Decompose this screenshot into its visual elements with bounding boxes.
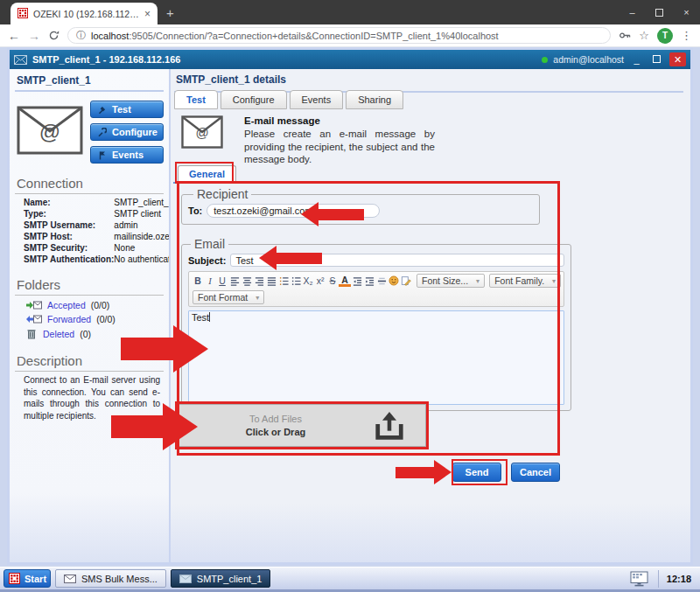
smtp-envelope-icon xyxy=(179,575,192,583)
browser-menu-icon[interactable]: ⋮ xyxy=(681,29,692,42)
presence-dot-icon xyxy=(542,57,548,63)
password-key-icon[interactable] xyxy=(619,30,631,41)
underline-icon[interactable]: U xyxy=(216,275,228,287)
ozeki-start-icon xyxy=(9,573,20,584)
taskbar-separator xyxy=(658,570,659,588)
forwarded-envelope-icon xyxy=(25,314,42,324)
taskbar-clock: 12:18 xyxy=(663,574,696,584)
url-rest: :9505/Connection/?a=Connection+details&C… xyxy=(129,31,498,41)
connection-table: Name:SMTP_client_1 Type:SMTP client SMTP… xyxy=(15,197,171,265)
subscript-icon[interactable]: X₂ xyxy=(302,275,314,287)
app-title: SMTP_client_1 - 192.168.112.166 xyxy=(32,54,180,65)
folder-link[interactable]: Accepted xyxy=(47,300,86,310)
bold-icon[interactable]: B xyxy=(192,275,204,287)
tab-close-icon[interactable]: × xyxy=(144,9,150,19)
svg-text:@: @ xyxy=(39,120,60,143)
tab-test[interactable]: Test xyxy=(174,90,218,109)
indent-icon[interactable] xyxy=(363,275,375,287)
strikethrough-icon[interactable]: S xyxy=(326,275,339,287)
folder-forwarded[interactable]: Forwarded (0/0) xyxy=(15,312,164,326)
events-button[interactable]: Events xyxy=(90,146,164,164)
emoticon-icon[interactable] xyxy=(388,275,400,287)
flag-icon xyxy=(97,150,107,160)
browser-minimize-icon[interactable]: – xyxy=(619,0,646,24)
edit-html-icon[interactable] xyxy=(400,275,412,287)
display-monitor-icon[interactable] xyxy=(630,571,648,587)
titlebar-envelope-icon xyxy=(14,55,27,65)
url-host: localhost xyxy=(91,31,129,41)
message-body-editor[interactable]: Test xyxy=(188,310,564,405)
outdent-icon[interactable] xyxy=(351,275,363,287)
browser-tabstrip: OZEKI 10 (192.168.112.166) × + – × xyxy=(0,0,700,24)
tab-general[interactable]: General xyxy=(178,165,236,182)
browser-tab[interactable]: OZEKI 10 (192.168.112.166) × xyxy=(10,3,158,24)
test-button[interactable]: Test xyxy=(90,101,164,118)
configure-button[interactable]: Configure xyxy=(90,123,164,141)
align-left-icon[interactable] xyxy=(228,275,241,287)
editor-toolbar: B I U X₂ x² S xyxy=(188,271,564,307)
unordered-list-icon[interactable] xyxy=(290,275,302,287)
task-label: SMTP_client_1 xyxy=(197,574,262,584)
folder-deleted[interactable]: Deleted (0) xyxy=(15,326,164,341)
back-icon[interactable]: ← xyxy=(8,30,20,42)
font-family-select[interactable]: Font Family.▾ xyxy=(489,274,561,288)
folder-count: (0/0) xyxy=(91,300,110,310)
connection-section-header: Connection xyxy=(15,175,164,194)
dropzone-line2: Click or Drag xyxy=(178,426,373,439)
taskbar: Start SMS Bulk Mess... SMTP_client_1 12:… xyxy=(0,567,700,592)
attach-highlight-rect: To Add Files Click or Drag xyxy=(175,401,429,449)
tab-bar: Test Configure Events Sharing xyxy=(174,90,403,109)
font-color-icon[interactable]: A xyxy=(339,275,351,287)
events-button-label: Events xyxy=(112,150,144,160)
app-maximize-icon[interactable] xyxy=(649,54,664,65)
taskbar-task-smtp-client[interactable]: SMTP_client_1 xyxy=(171,569,271,588)
envelope-at-icon: @ xyxy=(17,106,83,164)
table-row: Name:SMTP_client_1 xyxy=(15,197,171,208)
tab-events[interactable]: Events xyxy=(290,90,344,109)
browser-avatar[interactable]: T xyxy=(657,28,673,44)
cancel-button[interactable]: Cancel xyxy=(511,463,560,482)
email-legend: Email xyxy=(191,237,228,251)
tab-configure[interactable]: Configure xyxy=(220,90,287,109)
site-info-icon[interactable]: ⓘ xyxy=(76,29,86,42)
taskbar-task-sms-bulk[interactable]: SMS Bulk Mess... xyxy=(55,569,166,588)
italic-icon[interactable]: I xyxy=(204,275,216,287)
ordered-list-icon[interactable] xyxy=(277,275,290,287)
table-row: Type:SMTP client xyxy=(15,208,171,219)
task-label: SMS Bulk Mess... xyxy=(81,574,158,584)
forward-icon[interactable]: → xyxy=(28,30,40,42)
sidebar: SMTP_client_1 @ Test Con xyxy=(10,69,171,562)
folder-link[interactable]: Deleted xyxy=(43,329,74,339)
folder-link[interactable]: Forwarded xyxy=(47,314,91,324)
text-caret xyxy=(209,312,210,322)
file-dropzone[interactable]: To Add Files Click or Drag xyxy=(178,404,426,447)
superscript-icon[interactable]: x² xyxy=(314,275,326,287)
app-minimize-icon[interactable]: _ xyxy=(629,54,644,65)
url-bar[interactable]: ⓘ localhost:9505/Connection/?a=Connectio… xyxy=(67,27,611,44)
browser-close-icon[interactable]: × xyxy=(673,0,700,24)
align-center-icon[interactable] xyxy=(241,275,253,287)
horizontal-rule-icon[interactable] xyxy=(375,275,388,287)
browser-maximize-icon[interactable] xyxy=(646,0,673,24)
bookmark-star-icon[interactable]: ☆ xyxy=(639,29,649,42)
url-text: localhost:9505/Connection/?a=Connection+… xyxy=(91,31,499,41)
description-section-header: Description xyxy=(15,352,164,372)
reload-icon[interactable] xyxy=(48,30,60,41)
subject-input[interactable] xyxy=(230,254,564,267)
email-fieldset: Email Subject: B I U xyxy=(181,237,571,411)
tab-sharing[interactable]: Sharing xyxy=(346,90,403,109)
folder-accepted[interactable]: Accepted (0/0) xyxy=(15,298,164,312)
app-close-icon[interactable]: ✕ xyxy=(669,52,686,66)
new-tab-icon[interactable]: + xyxy=(166,5,174,20)
start-button[interactable]: Start xyxy=(4,569,51,588)
align-justify-icon[interactable] xyxy=(265,275,277,287)
font-size-select[interactable]: Font Size...▾ xyxy=(416,274,485,288)
to-input[interactable] xyxy=(206,204,380,218)
table-row: SMTP Security:None xyxy=(15,242,171,254)
font-format-select[interactable]: Font Format▾ xyxy=(192,290,264,304)
start-button-label: Start xyxy=(24,574,46,584)
send-button[interactable]: Send xyxy=(452,463,501,482)
align-right-icon[interactable] xyxy=(253,275,265,287)
page-title: SMTP_client_1 details xyxy=(174,69,683,93)
upload-icon xyxy=(373,410,406,442)
